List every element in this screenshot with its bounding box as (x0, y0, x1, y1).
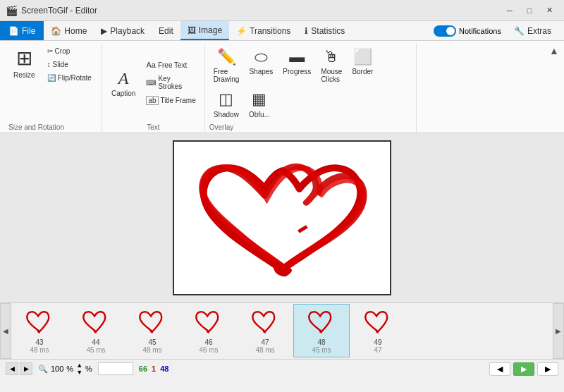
border-icon: ⬜ (353, 48, 372, 66)
frame-thumbnail (19, 307, 60, 337)
frame-goto-input[interactable] (98, 362, 133, 375)
slide-icon: ↕ (47, 61, 51, 68)
shadow-icon: ◫ (219, 90, 233, 109)
caption-icon: A (118, 69, 129, 87)
timeline-scroll-left[interactable]: ◀ (0, 303, 11, 359)
zoom-up-icon: ▲▼ (76, 362, 82, 376)
frame-current: 1 (152, 365, 156, 373)
timeline-scroll-right[interactable]: ▶ (553, 303, 564, 359)
menu-statistics[interactable]: ℹ Statistics (298, 21, 352, 40)
flip-rotate-icon: 🔄 (47, 74, 56, 82)
canvas-frame (173, 140, 391, 295)
progress-icon: ▬ (289, 48, 305, 66)
ribbon: ⊞ Resize ✂ Crop ↕ Slide 🔄 Flip/Rotate Si… (0, 41, 564, 133)
frame-heart-49 (360, 309, 396, 336)
scroll-left-button[interactable]: ◀ (6, 362, 18, 375)
resize-icon: ⊞ (16, 48, 32, 70)
menu-home[interactable]: 🏠 Home (44, 21, 94, 40)
free-text-icon: Aa (146, 61, 155, 69)
status-zoom: 🔍 100 % ▲▼ % (38, 362, 92, 376)
search-icon: 🔍 (38, 365, 48, 374)
ribbon-btn-free-drawing[interactable]: ✏️ FreeDrawing (209, 45, 244, 86)
menu-edit[interactable]: Edit (152, 21, 180, 40)
ribbon-btn-free-text[interactable]: Aa Free Text (142, 59, 200, 71)
status-nav: ◀ ▶ ▶ (489, 362, 558, 376)
menu-bar-right: Notifications 🔧 Extras (434, 21, 564, 40)
frame-item[interactable]: 46 46 ms (180, 304, 237, 357)
playback-icon: ▶ (101, 26, 107, 36)
image-icon: 🖼 (188, 25, 196, 35)
ribbon-group-text: A Caption Aa Free Text ⌨ Key Strokes ab … (102, 44, 205, 133)
ribbon-btn-progress[interactable]: ▬ Progress (278, 45, 315, 78)
ribbon-btn-crop[interactable]: ✂ Crop (43, 45, 96, 57)
menu-file[interactable]: 📄 File (0, 21, 44, 40)
zoom-value: 100 (51, 365, 63, 373)
maximize-button[interactable]: □ (520, 4, 539, 18)
ribbon-btn-key-strokes[interactable]: ⌨ Key Strokes (142, 73, 200, 92)
ribbon-btn-flip-rotate[interactable]: 🔄 Flip/Rotate (43, 72, 96, 84)
ribbon-btn-shadow[interactable]: ◫ Shadow (209, 87, 243, 121)
file-icon: 📄 (8, 26, 19, 36)
nav-next-button[interactable]: ▶ (537, 362, 558, 376)
ribbon-btn-slide[interactable]: ↕ Slide (43, 59, 96, 71)
frame-thumbnail (75, 307, 116, 337)
ribbon-group-overlay: ✏️ FreeDrawing ⬭ Shapes ▬ Progress 🖱 Mou… (205, 44, 417, 133)
frame-item-selected[interactable]: 48 45 ms (293, 304, 350, 357)
frame-thumbnail (301, 307, 342, 337)
frame-heart-47 (247, 309, 283, 336)
scroll-right-button[interactable]: ▶ (20, 362, 32, 375)
key-strokes-icon: ⌨ (146, 79, 156, 87)
timeline-frames: 43 48 ms 44 45 ms 45 48 ms (11, 303, 553, 359)
close-button[interactable]: ✕ (540, 4, 558, 18)
frame-delay: 48 (160, 365, 168, 373)
menu-transitions[interactable]: ⚡ Transitions (229, 21, 298, 40)
percentage-sign: % (85, 365, 92, 373)
canvas-content (174, 142, 390, 294)
frame-heart-45 (135, 309, 170, 336)
status-scroll-controls: ◀ ▶ (6, 362, 32, 375)
minimize-button[interactable]: ─ (501, 4, 519, 18)
nav-prev-button[interactable]: ◀ (489, 362, 510, 376)
frame-thumbnail (132, 307, 173, 337)
frame-item[interactable]: 44 45 ms (68, 304, 124, 357)
frame-thumbnail (245, 307, 286, 337)
notifications-toggle[interactable]: Notifications (434, 25, 501, 37)
frame-item[interactable]: 47 48 ms (237, 304, 293, 357)
small-buttons: ✂ Crop ↕ Slide 🔄 Flip/Rotate (43, 45, 96, 84)
title-bar: 🎬 ScreenToGif - Editor ─ □ ✕ (0, 0, 564, 21)
ribbon-btn-resize[interactable]: ⊞ Resize (8, 45, 40, 82)
frame-item[interactable]: 49 47 (350, 304, 406, 357)
frame-total: 66 (139, 365, 147, 373)
extras-icon: 🔧 (514, 26, 525, 36)
zoom-unit: % (66, 365, 73, 373)
ribbon-btn-border[interactable]: ⬜ Border (348, 45, 377, 78)
crop-icon: ✂ (47, 47, 53, 55)
shapes-icon: ⬭ (255, 48, 268, 66)
frame-item[interactable]: 45 48 ms (124, 304, 180, 357)
frame-item[interactable]: 43 48 ms (11, 304, 68, 357)
timeline: ◀ 43 48 ms 44 45 ms (0, 302, 564, 359)
status-bar: ◀ ▶ 🔍 100 % ▲▼ % 66 1 48 ◀ ▶ ▶ (0, 359, 564, 379)
ribbon-collapse-button[interactable]: ▲ (547, 44, 561, 58)
title-frame-icon: ab (146, 96, 158, 105)
ribbon-btn-obfuscate[interactable]: ▦ Obfu... (245, 87, 274, 121)
ribbon-btn-caption[interactable]: A Caption (106, 66, 140, 99)
transitions-icon: ⚡ (236, 26, 247, 36)
frame-thumbnail (357, 307, 398, 337)
ribbon-btn-title-frame[interactable]: ab Title Frame (142, 94, 200, 107)
home-icon: 🏠 (51, 26, 61, 36)
ribbon-btn-shapes[interactable]: ⬭ Shapes (245, 45, 277, 78)
ribbon-group-size-rotation: ⊞ Resize ✂ Crop ↕ Slide 🔄 Flip/Rotate Si… (3, 44, 102, 133)
canvas-area (0, 133, 564, 302)
menu-extras[interactable]: 🔧 Extras (507, 26, 558, 36)
ribbon-btn-mouse-clicks[interactable]: 🖱 MouseClicks (317, 45, 346, 86)
app-title: ScreenToGif - Editor (21, 6, 501, 16)
toggle-switch[interactable] (434, 25, 456, 37)
nav-play-button[interactable]: ▶ (513, 362, 534, 376)
statistics-icon: ℹ (305, 26, 308, 36)
mouse-clicks-icon: 🖱 (324, 48, 339, 66)
menu-image[interactable]: 🖼 Image (180, 21, 229, 40)
menu-playback[interactable]: ▶ Playback (94, 21, 152, 40)
app-icon: 🎬 (6, 5, 18, 16)
text-buttons: A Caption Aa Free Text ⌨ Key Strokes ab … (106, 45, 200, 121)
